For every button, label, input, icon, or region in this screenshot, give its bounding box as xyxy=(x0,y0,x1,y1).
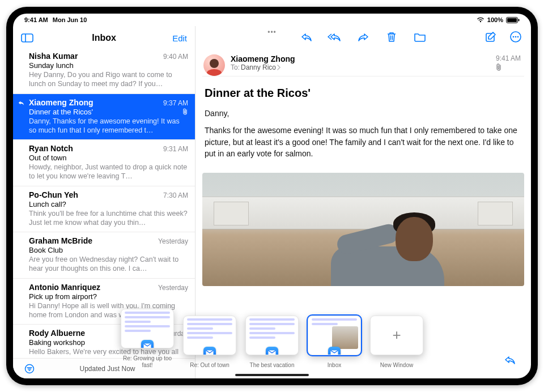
mail-time: 9:31 AM xyxy=(163,145,188,153)
mail-sender: Rody Albuerne xyxy=(29,329,85,338)
move-folder-icon[interactable] xyxy=(411,28,428,45)
battery-pct: 100% xyxy=(487,16,503,23)
shelf-window[interactable]: The best vacation xyxy=(245,316,299,369)
reply-icon[interactable] xyxy=(298,28,315,45)
mail-time: 7:30 AM xyxy=(163,191,188,199)
new-window-button[interactable]: +New Window xyxy=(370,316,423,369)
recipient-line[interactable]: To: Danny Rico xyxy=(231,63,490,71)
shelf-window-label: Re: Growing up too fast! xyxy=(121,355,174,368)
chevron-right-icon xyxy=(277,65,281,70)
mail-sender: Antonio Manriquez xyxy=(29,283,100,292)
status-bar: 9:41 AM Mon Jun 10 100% xyxy=(13,14,531,26)
mail-preview: Danny, Thanks for the awesome evening! I… xyxy=(29,117,188,135)
mail-item[interactable]: Graham McBrideYesterdayBook ClubAre you … xyxy=(13,232,195,279)
wifi-icon xyxy=(477,17,484,23)
mail-item[interactable]: Nisha Kumar9:40 AMSunday lunchHey Danny,… xyxy=(13,48,195,94)
compose-icon[interactable] xyxy=(482,28,499,45)
attachment-icon xyxy=(496,63,521,71)
trash-icon[interactable] xyxy=(383,28,400,45)
shelf-window[interactable]: Re: Out of town xyxy=(183,316,236,369)
mail-sender: Nisha Kumar xyxy=(29,52,78,61)
mail-item[interactable]: Xiaomeng Zhong9:37 AMDinner at the Ricos… xyxy=(13,94,195,140)
sidebar-toggle-icon[interactable] xyxy=(19,29,36,46)
shelf-window-label: The best vacation xyxy=(250,362,295,369)
reply-all-icon[interactable] xyxy=(326,28,343,45)
mail-sender: Xiaomeng Zhong xyxy=(29,98,94,107)
mailbox-title: Inbox xyxy=(92,33,116,43)
message-body: Danny, Thanks for the awesome evening! I… xyxy=(202,103,524,165)
svg-rect-1 xyxy=(507,18,517,22)
status-date: Mon Jun 10 xyxy=(53,16,87,23)
mail-preview: Howdy, neighbor, Just wanted to drop a q… xyxy=(29,163,188,181)
replied-icon xyxy=(18,100,25,106)
svg-rect-2 xyxy=(518,19,520,21)
mail-preview: Think you'll be free for a lunchtime cha… xyxy=(29,209,188,228)
mail-app-badge-icon xyxy=(266,347,278,355)
mail-app-badge-icon xyxy=(328,347,341,355)
svg-point-9 xyxy=(515,36,517,38)
window-thumbnail xyxy=(183,316,236,355)
mail-app-badge-icon xyxy=(203,347,216,355)
shelf-window-label: Re: Out of town xyxy=(190,362,229,369)
window-thumbnail xyxy=(121,309,174,348)
more-icon[interactable] xyxy=(507,28,524,45)
message-toolbar xyxy=(196,26,531,48)
mail-time: Yesterday xyxy=(158,284,188,292)
mail-subject: Baking workshop xyxy=(29,338,85,347)
reply-shortcut-icon[interactable] xyxy=(502,351,518,368)
mail-subject: Lunch call? xyxy=(29,200,66,208)
mail-subject: Pick up from airport? xyxy=(29,292,97,301)
svg-point-10 xyxy=(517,36,519,38)
to-label: To: xyxy=(231,63,240,71)
message-text: Thanks for the awesome evening! It was s… xyxy=(205,125,522,159)
mail-subject: Book Club xyxy=(29,246,63,254)
window-thumbnail xyxy=(245,316,299,355)
sender-avatar[interactable] xyxy=(203,54,225,76)
edit-button[interactable]: Edit xyxy=(172,33,187,43)
mail-subject: Out of town xyxy=(29,154,66,162)
attached-photo[interactable] xyxy=(202,173,524,286)
message-header[interactable]: Xiaomeng Zhong To: Danny Rico 9:41 AM xyxy=(202,51,524,76)
attachment-icon xyxy=(182,108,188,115)
window-thumbnail xyxy=(308,316,361,355)
home-indicator[interactable] xyxy=(235,374,309,376)
filter-icon[interactable] xyxy=(21,360,38,377)
sender-name[interactable]: Xiaomeng Zhong xyxy=(231,54,490,63)
mail-sender: Po-Chun Yeh xyxy=(29,190,78,199)
message-subject: Dinner at the Ricos' xyxy=(202,76,524,103)
mail-item[interactable]: Po-Chun Yeh7:30 AMLunch call?Think you'l… xyxy=(13,186,195,233)
svg-rect-3 xyxy=(22,34,33,42)
mail-time: Yesterday xyxy=(158,237,188,245)
status-time: 9:41 AM xyxy=(24,16,48,23)
mail-time: 9:37 AM xyxy=(163,99,188,107)
shelf-window-label: Inbox xyxy=(328,362,341,369)
mail-preview: Hey Danny, Do you and Rigo want to come … xyxy=(29,70,188,89)
battery-icon xyxy=(506,17,520,23)
shelf-window-label: New Window xyxy=(380,362,413,369)
shelf-window[interactable]: Re: Growing up too fast! xyxy=(121,309,174,368)
shelf-window[interactable]: Inbox xyxy=(308,316,361,369)
mail-preview: Are you free on Wednesday night? Can't w… xyxy=(29,255,188,274)
mail-time: 9:40 AM xyxy=(163,53,188,61)
message-greeting: Danny, xyxy=(205,108,522,119)
mail-app-badge-icon xyxy=(141,340,154,348)
plus-icon: + xyxy=(370,316,423,355)
mail-subject: Dinner at the Ricos' xyxy=(29,108,93,116)
app-shelf[interactable]: Re: Growing up too fast!Re: Out of townT… xyxy=(112,304,432,370)
svg-point-8 xyxy=(513,36,515,38)
forward-icon[interactable] xyxy=(355,28,372,45)
mail-subject: Sunday lunch xyxy=(29,61,74,70)
mail-sender: Ryan Notch xyxy=(29,144,73,153)
message-time: 9:41 AM xyxy=(496,54,521,62)
mail-item[interactable]: Ryan Notch9:31 AMOut of townHowdy, neigh… xyxy=(13,140,195,186)
mail-sender: Graham McBride xyxy=(29,236,92,245)
recipient-name: Danny Rico xyxy=(241,63,276,71)
